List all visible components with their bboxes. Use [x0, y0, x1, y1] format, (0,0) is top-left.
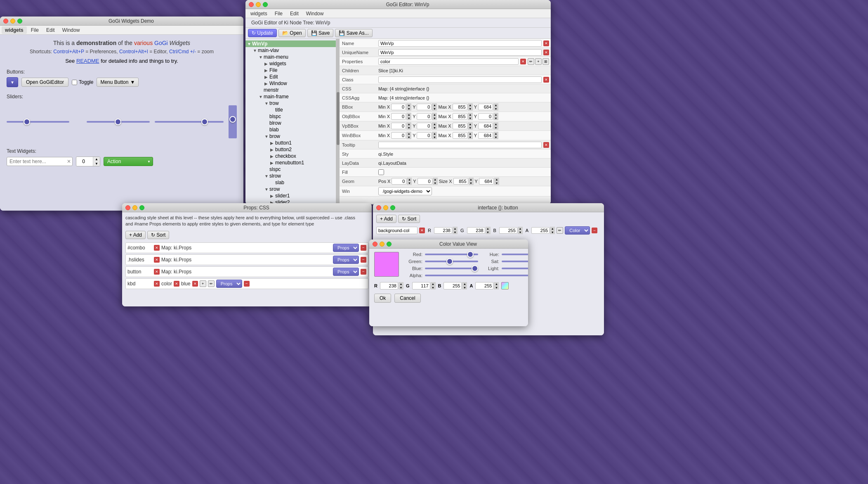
- geom-posx[interactable]: [392, 178, 406, 185]
- tree-item-brow[interactable]: ▼ brow: [245, 133, 336, 140]
- a-input[interactable]: [531, 227, 550, 234]
- color-type-select[interactable]: Color: [565, 226, 590, 235]
- bbox-maxx[interactable]: [453, 104, 467, 110]
- menu-button[interactable]: Menu Button ▼: [97, 78, 139, 87]
- css-type-combo[interactable]: Props: [333, 244, 359, 252]
- demo-menu-edit[interactable]: Edit: [43, 26, 58, 34]
- geom-posy[interactable]: [417, 178, 432, 185]
- tree-item-blab[interactable]: ▶ blab: [245, 126, 336, 133]
- tree-item-file[interactable]: ▶ File: [245, 67, 336, 74]
- css-remove-button[interactable]: −: [361, 269, 366, 275]
- demo-close-btn[interactable]: [3, 19, 8, 24]
- prop-class-clear[interactable]: ✕: [543, 77, 549, 83]
- css-combo-clear[interactable]: ✕: [154, 245, 160, 251]
- bg-color-key-input[interactable]: [376, 227, 417, 234]
- color-minimize-btn[interactable]: [380, 242, 384, 247]
- bbox-miny-down[interactable]: ▼: [432, 107, 437, 111]
- interface-minimize-btn[interactable]: [383, 205, 388, 210]
- prop-name-clear[interactable]: ✕: [543, 40, 549, 46]
- color-close-btn[interactable]: [373, 242, 377, 247]
- tree-item-button2[interactable]: ▶ button2: [245, 146, 336, 153]
- tree-item-slab[interactable]: ▶ slab: [245, 179, 336, 186]
- tree-item-main-menu[interactable]: ▼ main-menu: [245, 54, 336, 60]
- blue-slider[interactable]: [425, 268, 478, 269]
- tree-item-blspc[interactable]: ▶ blspc: [245, 113, 336, 120]
- text-clear-btn[interactable]: ✕: [67, 159, 71, 164]
- tree-item-main-vlav[interactable]: ▼ main-vlav: [245, 47, 336, 54]
- sat-slider[interactable]: [502, 261, 528, 262]
- horizontal-slider-1[interactable]: [7, 121, 69, 123]
- bbox-maxy[interactable]: [478, 104, 493, 110]
- winbbox-miny[interactable]: [417, 132, 432, 139]
- prop-uniquename-clear[interactable]: ✕: [543, 50, 549, 55]
- horizontal-slider-2[interactable]: [87, 121, 149, 123]
- green-slider[interactable]: [425, 261, 478, 262]
- bbox-miny-up[interactable]: ▲: [432, 103, 437, 107]
- text-input[interactable]: [7, 157, 73, 166]
- css-type-button[interactable]: Props: [333, 268, 359, 276]
- tree-item-edit[interactable]: ▶ Edit: [245, 74, 336, 80]
- editor-menu-file[interactable]: File: [271, 10, 286, 17]
- bbox-miny[interactable]: [417, 104, 432, 110]
- editor-menu-edit[interactable]: Edit: [287, 10, 302, 17]
- alpha-slider[interactable]: [425, 275, 528, 276]
- css-remove-hslides[interactable]: −: [361, 257, 366, 263]
- objbbox-miny[interactable]: [417, 113, 432, 120]
- vpbbox-minx[interactable]: [391, 123, 406, 129]
- spinner-down[interactable]: ▼: [93, 161, 100, 166]
- winbbox-maxx[interactable]: [453, 132, 467, 139]
- bbox-maxx-up[interactable]: ▲: [468, 103, 473, 107]
- objbbox-maxx[interactable]: [453, 113, 467, 120]
- css-hslides-clear[interactable]: ✕: [154, 257, 160, 263]
- demo-minimize-btn[interactable]: [10, 19, 15, 24]
- g-down[interactable]: ▼: [486, 230, 491, 234]
- css-edit-icon[interactable]: ✏: [208, 280, 215, 287]
- css-button-clear[interactable]: ✕: [154, 269, 160, 275]
- vpbbox-maxx[interactable]: [453, 123, 467, 129]
- prop-view-icon[interactable]: ⊞: [542, 58, 549, 65]
- interface-sort-btn[interactable]: ↻ Sort: [398, 215, 420, 223]
- a-up[interactable]: ▲: [550, 227, 555, 230]
- red-slider[interactable]: [425, 254, 478, 255]
- color-edit-icon[interactable]: ✏: [557, 227, 563, 234]
- color-remove-btn[interactable]: −: [592, 228, 597, 233]
- g-up[interactable]: ▲: [486, 227, 491, 230]
- vertical-slider-1[interactable]: [229, 105, 237, 138]
- props-css-close-btn[interactable]: [125, 205, 130, 210]
- tree-item-title[interactable]: ▶ title: [245, 107, 336, 113]
- css-remove-kbd[interactable]: −: [244, 281, 250, 287]
- css-add-icon[interactable]: +: [200, 280, 206, 287]
- b-down[interactable]: ▼: [518, 230, 523, 234]
- vpbbox-maxy[interactable]: [478, 123, 493, 129]
- objbbox-minx[interactable]: [391, 113, 406, 120]
- editor-open-button[interactable]: 📂 Open: [278, 29, 306, 37]
- prop-class-input[interactable]: [378, 76, 542, 83]
- prop-properties-clear[interactable]: ✕: [520, 59, 526, 64]
- g-input[interactable]: [467, 227, 485, 234]
- bg-color-key-clear[interactable]: ✕: [419, 228, 425, 233]
- props-css-maximize-btn[interactable]: [139, 205, 144, 210]
- tree-scrollbar-thumb[interactable]: [337, 92, 340, 145]
- tree-item-slrow[interactable]: ▼ slrow: [245, 173, 336, 179]
- tree-item-winvp[interactable]: ▼ WinVp: [245, 40, 336, 47]
- objbbox-maxy[interactable]: [478, 113, 493, 120]
- color-cancel-button[interactable]: Cancel: [394, 294, 420, 303]
- prop-win-select[interactable]: /gogi-widgets-demo: [378, 187, 432, 195]
- r-input[interactable]: [434, 227, 452, 234]
- prop-edit-icon[interactable]: ✏: [528, 58, 534, 65]
- b-input[interactable]: [499, 227, 517, 234]
- editor-save-as-button[interactable]: 💾 Save As...: [335, 29, 372, 37]
- triangle-button[interactable]: ▼: [7, 77, 18, 87]
- vpbbox-miny[interactable]: [417, 123, 432, 129]
- editor-close-btn[interactable]: [249, 2, 254, 7]
- color-ok-button[interactable]: Ok: [374, 294, 391, 303]
- horizontal-slider-3[interactable]: [155, 121, 224, 123]
- tree-item-main-frame[interactable]: ▼ main-frame: [245, 93, 336, 100]
- tree-item-menstr[interactable]: ▶ menstr: [245, 87, 336, 93]
- tree-item-trow[interactable]: ▼ trow: [245, 100, 336, 107]
- r-up[interactable]: ▲: [453, 227, 458, 230]
- tree-item-menubutton1[interactable]: ▶ menubutton1: [245, 159, 336, 166]
- demo-menu-window[interactable]: Window: [59, 26, 83, 34]
- tree-item-slider1[interactable]: ▶ slider1: [245, 192, 336, 199]
- props-css-minimize-btn[interactable]: [132, 205, 137, 210]
